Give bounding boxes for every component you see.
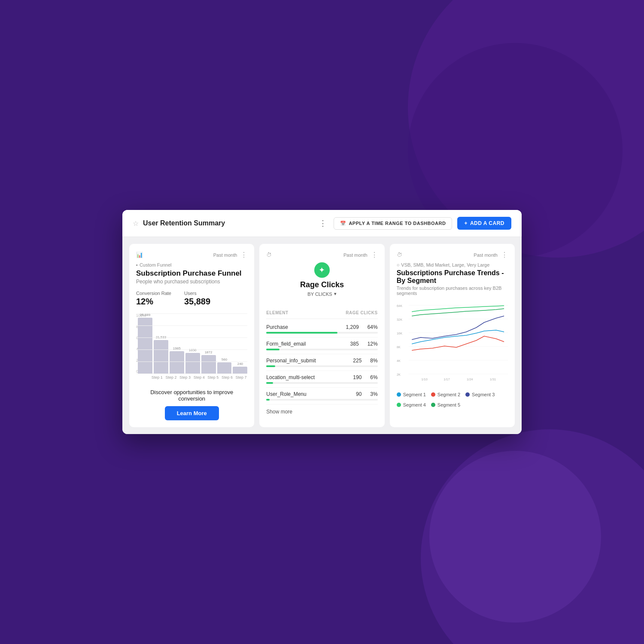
bar-step3: 1985 [170, 346, 184, 374]
star-icon[interactable]: ☆ [133, 219, 139, 228]
add-card-label: ADD A CARD [470, 220, 504, 226]
funnel-card-icon: 📊 [136, 252, 143, 258]
time-range-label: APPLY A TIME RANGE TO DASHBOARD [349, 221, 446, 226]
legend-segment5: Segment 5 [431, 402, 460, 407]
users-label: Users [184, 291, 210, 296]
learn-more-button[interactable]: Learn More [165, 406, 219, 420]
trends-title: Subscriptions Purchase Trends - By Segme… [397, 269, 508, 285]
cards-area: 📊 Past month ⋮ ▪ Custom Funnel Subscript… [122, 237, 522, 434]
legend-segment4: Segment 4 [397, 402, 426, 407]
funnel-card-header: 📊 Past month ⋮ [136, 251, 247, 259]
legend-segment2: Segment 2 [431, 392, 460, 397]
bar-label-1: Step 1 [151, 375, 164, 380]
funnel-card: 📊 Past month ⋮ ▪ Custom Funnel Subscript… [129, 244, 254, 427]
trends-subtitle: Trends for subscription purchases across… [397, 286, 508, 296]
rage-row-5: User_Role_Menu 90 3% [266, 388, 377, 404]
rage-time-badge: Past month [343, 252, 368, 258]
bar-label-2: Step 2 [165, 375, 178, 380]
svg-text:1/24: 1/24 [467, 377, 473, 381]
dashboard-container: ☆ User Retention Summary ⋮ 📅 APPLY A TIM… [122, 210, 522, 434]
funnel-card-header-left: 📊 [136, 252, 143, 258]
bar-label-7: Step 7 [235, 375, 248, 380]
trends-card: ⏱ Past month ⋮ ○ VSB, SMB, Mid Market, L… [390, 244, 515, 427]
svg-text:32K: 32K [397, 318, 403, 322]
rage-card-icon: ⏱ [266, 252, 272, 258]
funnel-cta-text: Discover opportunities to improve conver… [136, 389, 247, 402]
dashboard-title: User Retention Summary [143, 219, 225, 227]
users-stat: Users 35,889 [184, 291, 210, 307]
bar-step7: 240 [233, 362, 247, 374]
funnel-subtitle: People who purchased subscriptions [136, 279, 247, 285]
svg-text:1/17: 1/17 [444, 377, 450, 381]
bar-label-4: Step 4 [193, 375, 206, 380]
funnel-time-badge: Past month [213, 252, 237, 258]
conversion-rate-stat: Conversion Rate 12% [136, 291, 171, 307]
rage-col-rage: RAGE CLICKS [346, 310, 377, 315]
rage-row-4: Location_multi-select 190 6% [266, 371, 377, 388]
bar-step5: 1872 [201, 350, 216, 374]
rage-by-clicks-selector[interactable]: BY CLICKS ▾ [307, 291, 336, 297]
svg-text:4K: 4K [397, 359, 401, 363]
trends-dots-menu[interactable]: ⋮ [501, 251, 508, 259]
trends-segments-label: ○ VSB, SMB, Mid Market, Large, Very Larg… [397, 262, 508, 267]
conversion-rate-value: 12% [136, 297, 171, 307]
header-left: ☆ User Retention Summary [133, 219, 225, 228]
funnel-type-label: ▪ Custom Funnel [136, 262, 247, 267]
funnel-title: Subscription Purchase Funnel [136, 269, 247, 278]
bar-chart-icon: ▪ [136, 262, 138, 267]
legend-segment3: Segment 3 [465, 392, 495, 397]
svg-text:2K: 2K [397, 373, 401, 377]
show-more-link[interactable]: Show more [266, 409, 377, 415]
rage-icon-circle: ✦ [314, 262, 330, 278]
time-range-button[interactable]: 📅 APPLY A TIME RANGE TO DASHBOARD [334, 217, 452, 230]
plus-icon: + [464, 220, 468, 226]
conversion-rate-label: Conversion Rate [136, 291, 171, 296]
rage-row-3: Personal_info_submit 225 8% [266, 354, 377, 371]
bar-label-3: Step 3 [179, 375, 191, 380]
header-dots-menu[interactable]: ⋮ [317, 217, 328, 230]
rage-title: Rage Clicks [300, 280, 344, 289]
svg-text:8K: 8K [397, 345, 401, 349]
trends-legend: Segment 1 Segment 2 Segment 3 Segment 4 … [397, 392, 508, 407]
trends-card-icon: ⏱ [397, 252, 402, 258]
calendar-icon: 📅 [340, 221, 346, 226]
svg-text:16K: 16K [397, 331, 403, 335]
funnel-dots-menu[interactable]: ⋮ [240, 251, 247, 259]
rage-col-element: ELEMENT [266, 310, 288, 315]
header-right: ⋮ 📅 APPLY A TIME RANGE TO DASHBOARD + AD… [317, 217, 511, 230]
bar-step6: 560 [217, 358, 232, 374]
rage-by-clicks-label: BY CLICKS [307, 292, 332, 297]
rage-row-1: Purchase 1,209 64% [266, 321, 377, 337]
bar-step1: 35,889 [138, 313, 152, 374]
rage-clicks-card: ⏱ Past month ⋮ ✦ Rage Clicks BY CLICKS ▾ [259, 244, 384, 427]
funnel-stats: Conversion Rate 12% Users 35,889 [136, 291, 247, 307]
bar-label-6: Step 6 [221, 375, 234, 380]
rage-row-2: Form_field_email 385 12% [266, 337, 377, 354]
svg-text:64K: 64K [397, 304, 403, 308]
trends-time-badge: Past month [474, 252, 498, 258]
bar-step4: 1650 [185, 348, 200, 374]
bar-step2: 21,533 [154, 335, 168, 374]
users-value: 35,889 [184, 297, 210, 307]
svg-text:1/31: 1/31 [489, 377, 495, 381]
rage-dots-menu[interactable]: ⋮ [371, 251, 378, 259]
circle-icon: ○ [397, 262, 400, 267]
rage-card-header: ⏱ Past month ⋮ [266, 251, 377, 259]
rage-table: ELEMENT RAGE CLICKS Purchase 1,209 64% [266, 310, 377, 404]
trends-card-header: ⏱ Past month ⋮ [397, 251, 508, 259]
funnel-bar-chart: 100% 80% 60% 40% 20% 0% [136, 313, 247, 382]
rage-circle-icon: ✦ [319, 265, 325, 275]
funnel-cta: Discover opportunities to improve conver… [136, 389, 247, 420]
add-card-button[interactable]: + ADD A CARD [457, 217, 511, 230]
rage-dropdown-icon: ▾ [334, 291, 337, 297]
trends-chart-svg: 64K 32K 16K 8K 4K 2K 1/10 1/17 1/24 1/31 [397, 301, 508, 387]
legend-segment1: Segment 1 [397, 392, 426, 397]
rage-table-header: ELEMENT RAGE CLICKS [266, 310, 377, 319]
dashboard-header: ☆ User Retention Summary ⋮ 📅 APPLY A TIM… [122, 210, 522, 237]
svg-text:1/10: 1/10 [421, 377, 427, 381]
bar-label-5: Step 5 [207, 375, 220, 380]
